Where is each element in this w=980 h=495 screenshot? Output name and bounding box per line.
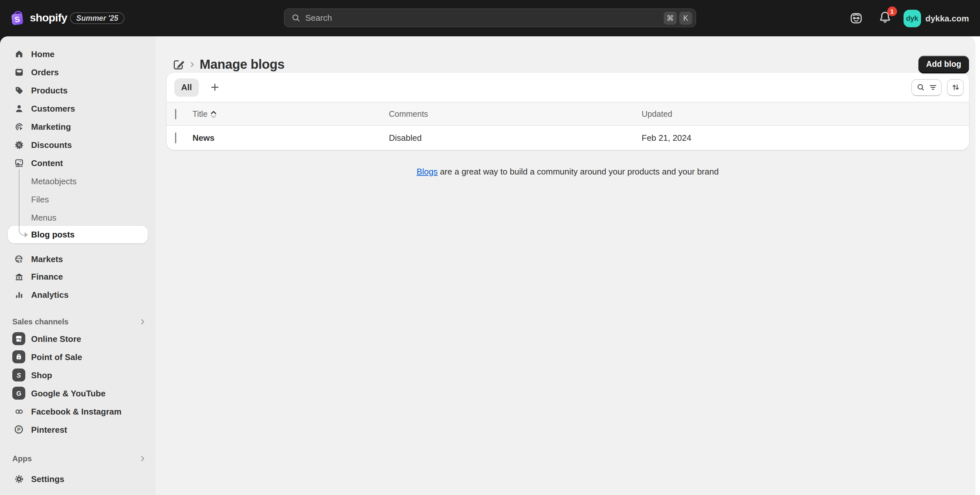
content-surface: Home Orders Products Customers Marketing [0,36,975,495]
online-store-icon [12,332,25,345]
content-media-icon [12,156,25,169]
sort-button[interactable] [947,79,964,96]
k-key-badge: K [679,11,692,24]
plus-icon [210,82,220,92]
sidebar-item-finance[interactable]: Finance [0,267,156,286]
blog-title-cell[interactable]: News [192,133,389,143]
add-view-button[interactable] [205,78,224,96]
sidebar-item-home[interactable]: Home [0,45,156,63]
svg-text:P: P [17,426,21,432]
google-youtube-icon: G [12,386,25,400]
discounts-seal-icon [12,138,25,151]
add-blog-button[interactable]: Add blog [918,56,969,73]
orders-icon [12,65,25,78]
search-and-filter-button[interactable] [911,79,942,96]
top-bar: S shopify Summer '25 Search ⌘ K [0,0,980,36]
marketing-target-icon [12,120,25,133]
pinterest-icon: P [12,423,25,436]
store-avatar: dyk [904,10,921,27]
point-of-sale-icon: s [12,350,25,363]
column-header-comments[interactable]: Comments [389,109,642,118]
index-filters-bar: All [166,73,969,102]
page-title: Manage blogs [200,57,285,72]
release-badge[interactable]: Summer '25 [70,12,125,24]
breadcrumb-chevron-icon [189,61,196,68]
chevron-right-icon [139,318,146,326]
tree-connector-arrow-icon [25,232,28,238]
row-select-cell [166,133,192,143]
page-header: Manage blogs Add blog [166,56,969,73]
sidebar-item-markets[interactable]: $ Markets [0,250,156,268]
shopify-bag-icon: S [10,10,25,26]
table-header-row: Title Comments Updated [166,102,969,126]
sidebar-item-products[interactable]: Products [0,81,156,99]
search-input[interactable]: Search ⌘ K [284,8,696,27]
blog-row-news[interactable]: News Disabled Feb 21, 2024 [166,126,969,150]
settings-gear-icon [12,472,25,485]
search-icon [916,83,924,91]
blog-updated-cell: Feb 21, 2024 [642,133,969,143]
store-domain: dykka.com [926,13,969,23]
tree-connector-line [19,169,25,235]
notifications-button[interactable]: 1 [878,10,892,26]
chevron-right-icon [139,455,146,463]
sidekick-assistant-icon[interactable] [849,11,863,25]
cmd-key-badge: ⌘ [664,11,677,24]
svg-text:s: s [18,356,19,359]
shopify-wordmark: shopify [30,12,67,25]
sort-direction-icon[interactable] [211,110,216,118]
column-header-updated[interactable]: Updated [642,109,969,118]
apps-section-header[interactable]: Apps [0,450,156,468]
sidebar-item-google-youtube[interactable]: G Google & YouTube [0,384,156,402]
app-frame: Home Orders Products Customers Marketing [0,36,980,495]
svg-text:$: $ [20,259,22,263]
meta-icon [12,405,25,418]
sales-channels-section-header[interactable]: Sales channels [0,313,156,331]
sidebar-item-settings[interactable]: Settings [0,470,156,488]
column-header-title[interactable]: Title [192,109,389,118]
shopify-admin: S shopify Summer '25 Search ⌘ K [0,0,980,495]
sidebar-item-online-store[interactable]: Online Store [0,330,156,348]
tab-all[interactable]: All [174,78,199,96]
analytics-bars-icon [12,288,25,301]
blogs-help-link[interactable]: Blogs [417,167,438,176]
topbar-right-cluster: 1 dyk dykka.com [849,10,969,27]
search-icon [291,13,301,23]
blogs-index-card: All [166,73,969,150]
blog-comments-cell: Disabled [389,133,642,143]
sidebar-item-facebook-instagram[interactable]: Facebook & Instagram [0,402,156,420]
sidebar-item-orders[interactable]: Orders [0,63,156,81]
blog-edit-breadcrumb-icon[interactable] [172,58,185,71]
sidebar-item-analytics[interactable]: Analytics [0,286,156,303]
sort-arrows-icon [951,83,959,91]
filter-icon [929,83,937,91]
sidebar-item-blog-posts-selected[interactable]: Blog posts [8,226,148,243]
index-actions [911,79,964,96]
row-checkbox[interactable] [175,133,176,144]
shop-app-icon: S [12,369,25,382]
sidebar-item-point-of-sale[interactable]: s Point of Sale [0,348,156,366]
home-icon [12,47,25,60]
search-placeholder: Search [305,13,332,23]
notification-count-badge: 1 [887,6,897,16]
sidebar-navigation: Home Orders Products Customers Marketing [0,36,156,495]
markets-globe-icon: $ [12,252,25,265]
sidebar-item-pinterest[interactable]: P Pinterest [0,420,156,439]
main-content: Manage blogs Add blog All [156,36,975,495]
blogs-help-text: Blogs are a great way to build a communi… [166,167,969,176]
sidebar-item-customers[interactable]: Customers [0,99,156,117]
finance-bank-icon [12,270,25,283]
account-menu[interactable]: dyk dykka.com [904,10,969,27]
shopify-logo[interactable]: S shopify [11,11,67,25]
select-all-cell [166,109,192,118]
sidebar-item-shop[interactable]: S Shop [0,366,156,384]
sidebar-item-discounts[interactable]: Discounts [0,136,156,154]
products-tag-icon [12,84,25,97]
sidebar-item-marketing[interactable]: Marketing [0,117,156,136]
select-all-checkbox[interactable] [175,109,176,119]
customers-icon [12,102,25,115]
